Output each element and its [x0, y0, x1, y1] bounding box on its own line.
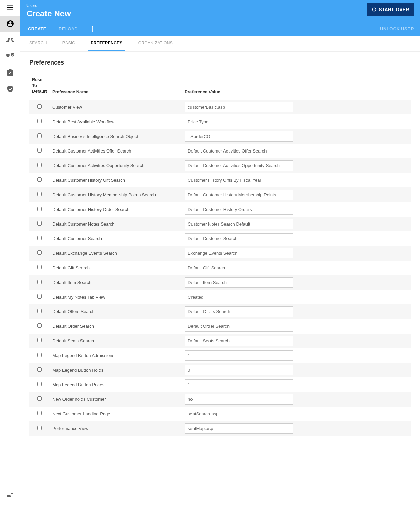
preference-name: Default Customer History Order Search [50, 202, 182, 217]
nav-item-shield[interactable] [0, 81, 20, 97]
preference-value-input[interactable] [185, 379, 293, 390]
page-header: Users Create New START OVER CREATE RELOA… [20, 0, 420, 36]
preference-value-input[interactable] [185, 102, 293, 112]
table-row: Map Legend Button Prices [29, 377, 411, 392]
preference-value-input[interactable] [185, 160, 293, 171]
reset-checkbox[interactable] [37, 323, 42, 328]
table-row: Default Order Search [29, 319, 411, 334]
preference-name: Default Customer Search [50, 231, 182, 246]
col-name: Preference Name [50, 74, 182, 100]
reset-checkbox[interactable] [37, 163, 42, 167]
nav-item-user[interactable] [0, 16, 20, 32]
reset-checkbox[interactable] [37, 148, 42, 153]
nav-item-logout[interactable] [0, 488, 20, 504]
preference-name: Default Customer Activities Offer Search [50, 144, 182, 158]
preference-value-input[interactable] [185, 306, 293, 317]
table-row: Default Item Search [29, 275, 411, 290]
preference-value-input[interactable] [185, 175, 293, 185]
table-row: Default Gift Search [29, 261, 411, 275]
tabs: SEARCHBASICPREFERENCESORGANIZATIONS [20, 36, 420, 52]
preference-value-input[interactable] [185, 409, 293, 419]
col-value: Preference Value [182, 74, 411, 100]
table-row: Map Legend Button Holds [29, 363, 411, 377]
preference-name: Map Legend Button Holds [50, 363, 182, 377]
nav-item-masks[interactable] [0, 48, 20, 65]
table-row: Default Customer Activities Offer Search [29, 144, 411, 158]
svg-point-0 [92, 26, 93, 28]
reset-checkbox[interactable] [37, 236, 42, 240]
nav-item-group[interactable] [0, 32, 20, 48]
table-row: Default Offers Search [29, 304, 411, 319]
preference-value-input[interactable] [185, 336, 293, 346]
table-row: Default Seats Search [29, 334, 411, 348]
table-row: Default Business Intelligence Search Obj… [29, 129, 411, 144]
reset-checkbox[interactable] [37, 411, 42, 415]
preference-value-input[interactable] [185, 394, 293, 405]
more-actions-button[interactable] [89, 25, 97, 33]
refresh-icon [371, 7, 377, 12]
preference-value-input[interactable] [185, 263, 293, 273]
table-row: Default Customer Search [29, 231, 411, 246]
reset-checkbox[interactable] [37, 177, 42, 182]
page-title: Create New [26, 9, 71, 18]
col-reset: Reset To Default [29, 74, 50, 100]
menu-toggle-button[interactable] [0, 0, 20, 16]
table-row: Default Customer History Order Search [29, 202, 411, 217]
unlock-user-button[interactable]: UNLOCK USER [380, 26, 414, 31]
more-vert-icon [92, 26, 93, 32]
preference-name: New Order holds Customer [50, 392, 182, 407]
preference-name: Default Exchange Events Search [50, 246, 182, 261]
preference-value-input[interactable] [185, 146, 293, 156]
reset-checkbox[interactable] [37, 104, 42, 109]
reload-button[interactable]: RELOAD [57, 23, 79, 34]
preference-value-input[interactable] [185, 292, 293, 302]
preference-value-input[interactable] [185, 117, 293, 127]
preference-name: Default Offers Search [50, 304, 182, 319]
preference-value-input[interactable] [185, 131, 293, 142]
reset-checkbox[interactable] [37, 294, 42, 299]
tab-basic[interactable]: BASIC [60, 36, 78, 51]
preference-value-input[interactable] [185, 321, 293, 332]
preference-value-input[interactable] [185, 190, 293, 200]
reset-checkbox[interactable] [37, 382, 42, 386]
nav-item-clipboard[interactable] [0, 65, 20, 81]
clipboard-check-icon [6, 69, 14, 77]
create-button[interactable]: CREATE [26, 23, 48, 34]
reset-checkbox[interactable] [37, 133, 42, 138]
reset-checkbox[interactable] [37, 280, 42, 284]
reset-checkbox[interactable] [37, 309, 42, 313]
reset-checkbox[interactable] [37, 367, 42, 372]
preference-value-input[interactable] [185, 365, 293, 375]
tab-preferences[interactable]: PREFERENCES [88, 36, 125, 51]
preference-value-input[interactable] [185, 233, 293, 244]
reset-checkbox[interactable] [37, 265, 42, 269]
table-row: Customer View [29, 100, 411, 114]
reset-checkbox[interactable] [37, 426, 42, 430]
svg-point-1 [92, 28, 93, 30]
preference-name: Default Order Search [50, 319, 182, 334]
left-nav [0, 0, 20, 518]
reset-checkbox[interactable] [37, 250, 42, 255]
tab-search[interactable]: SEARCH [26, 36, 50, 51]
start-over-button[interactable]: START OVER [367, 3, 414, 16]
preference-value-input[interactable] [185, 219, 293, 229]
reset-checkbox[interactable] [37, 207, 42, 211]
content: Preferences Reset To Default Preference … [20, 52, 420, 449]
table-row: Default Customer Activities Opportunity … [29, 158, 411, 173]
hamburger-icon [6, 4, 14, 12]
reset-checkbox[interactable] [37, 192, 42, 196]
preference-value-input[interactable] [185, 350, 293, 361]
preference-value-input[interactable] [185, 248, 293, 258]
preference-name: Map Legend Button Prices [50, 377, 182, 392]
reset-checkbox[interactable] [37, 338, 42, 342]
table-row: Performance View [29, 421, 411, 436]
preference-value-input[interactable] [185, 277, 293, 288]
preference-value-input[interactable] [185, 423, 293, 434]
reset-checkbox[interactable] [37, 221, 42, 226]
tab-organizations[interactable]: ORGANIZATIONS [135, 36, 176, 51]
reset-checkbox[interactable] [37, 353, 42, 357]
preference-value-input[interactable] [185, 204, 293, 215]
reset-checkbox[interactable] [37, 119, 42, 123]
table-row: New Order holds Customer [29, 392, 411, 407]
reset-checkbox[interactable] [37, 396, 42, 401]
